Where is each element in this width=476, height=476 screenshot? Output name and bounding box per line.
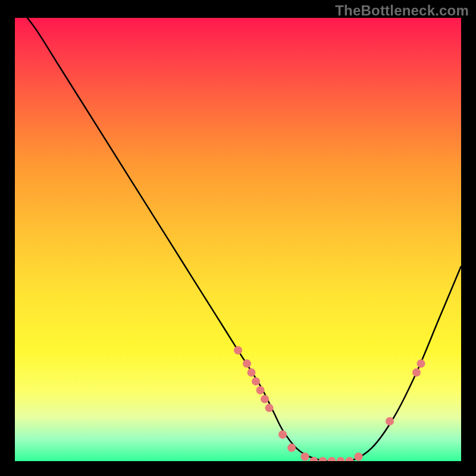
chart-frame: TheBottleneck.com (0, 0, 476, 476)
plot-area (15, 18, 461, 461)
marker-point (252, 377, 260, 386)
marker-point (248, 368, 256, 377)
marker-point (256, 386, 265, 394)
marker-point (265, 404, 274, 412)
marker-point (337, 457, 345, 461)
marker-point (417, 359, 425, 368)
marker-point (234, 346, 242, 355)
marker-point (301, 453, 309, 461)
watermark-text: TheBottleneck.com (335, 2, 469, 19)
marker-point (328, 457, 336, 461)
marker-point (261, 395, 269, 403)
marker-point (386, 417, 394, 425)
bottleneck-curve (24, 18, 461, 461)
marker-point (319, 457, 327, 461)
curve-markers (234, 346, 425, 461)
marker-point (412, 368, 421, 377)
marker-point (287, 444, 296, 452)
curve-layer (15, 18, 461, 461)
marker-point (346, 457, 354, 461)
marker-point (355, 453, 363, 461)
marker-point (278, 430, 287, 439)
marker-point (243, 359, 251, 368)
